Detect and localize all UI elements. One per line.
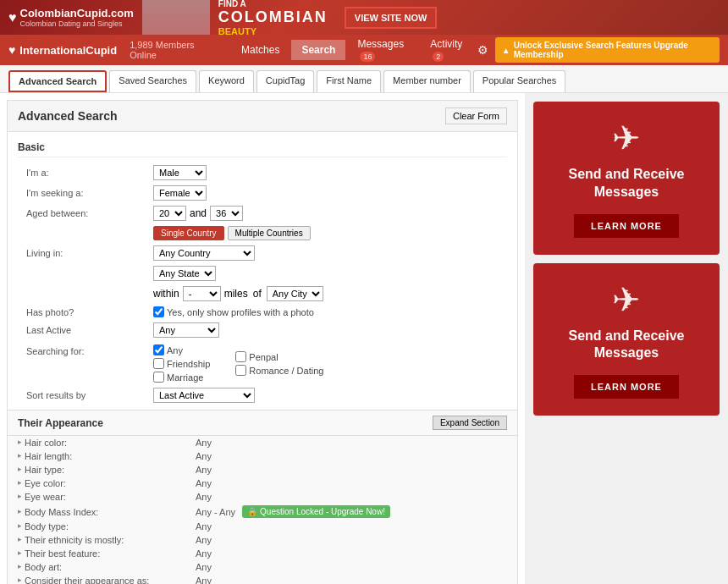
sort-select[interactable]: Last ActiveNewest: [153, 388, 255, 403]
ad-banner: ♥ ColombianCupid.com Colombian Dating an…: [0, 0, 728, 35]
ethnicity-row: Their ethnicity is mostly: Any: [8, 533, 517, 547]
body-art-value: Any: [196, 562, 212, 572]
appearance-consider-label: Consider their appearance as:: [18, 576, 196, 584]
search-penpal-label[interactable]: Penpal: [235, 351, 323, 362]
search-friendship-label[interactable]: Friendship: [153, 358, 210, 369]
age-from-select[interactable]: 201825: [153, 206, 186, 221]
learn-more-btn-1[interactable]: LEARN MORE: [574, 214, 679, 238]
body-art-label: Body art:: [18, 562, 196, 572]
appearance-section: Their Appearance Expand Section Hair col…: [8, 410, 517, 584]
tab-saved-searches[interactable]: Saved Searches: [109, 70, 196, 92]
upgrade-text: Unlock Exclusive Search Features Upgrade…: [514, 41, 713, 59]
main-layout: Advanced Search Clear Form Basic I'm a: …: [0, 93, 728, 584]
locked-upgrade-btn[interactable]: 🔒 Question Locked - Upgrade Now!: [242, 505, 390, 518]
ethnicity-label: Their ethnicity is mostly:: [18, 535, 196, 545]
settings-icon[interactable]: ⚙: [477, 43, 488, 57]
banner-find-section: FIND A COLOMBIAN BEAUTY: [210, 0, 336, 35]
nav-logo: ♥ InternationalCupid: [8, 43, 117, 57]
and-label: and: [190, 207, 207, 219]
country-toggle-value: Single Country Multiple Countries: [153, 226, 507, 240]
heart-icon: ♥: [8, 10, 17, 25]
body-art-row: Body art: Any: [8, 560, 517, 574]
best-feature-value: Any: [196, 548, 212, 559]
searching-for-value: Any Friendship Marriage Penpal Romance /…: [153, 344, 507, 383]
age-to-select[interactable]: 36304050: [210, 206, 243, 221]
im-a-select[interactable]: MaleFemale: [153, 165, 207, 180]
country-select[interactable]: Any Country: [153, 245, 255, 261]
bmi-row: Body Mass Index: Any - Any 🔒 Question Lo…: [8, 504, 517, 520]
tab-member-number[interactable]: Member number: [383, 70, 471, 92]
seeking-label: I'm seeking a:: [18, 188, 153, 198]
sidebar-ad-text-2: Send and Receive Messages: [542, 328, 711, 363]
photo-checkbox[interactable]: [153, 306, 164, 317]
eye-color-value: Any: [196, 478, 212, 488]
of-label: of: [253, 288, 262, 300]
appearance-consider-value: Any: [196, 576, 212, 584]
multiple-countries-btn[interactable]: Multiple Countries: [228, 226, 311, 240]
appearance-title: Their Appearance: [18, 417, 103, 429]
search-penpal-cb[interactable]: [235, 351, 246, 362]
nav-matches[interactable]: Matches: [231, 40, 290, 60]
hair-length-value: Any: [196, 451, 212, 461]
tab-advanced-search[interactable]: Advanced Search: [8, 70, 107, 92]
state-select[interactable]: Any State: [153, 266, 216, 281]
appearance-consider-row: Consider their appearance as: Any: [8, 574, 517, 584]
photo-value: Yes, only show profiles with a photo: [153, 306, 507, 317]
learn-more-btn-2[interactable]: LEARN MORE: [574, 375, 679, 399]
banner-logo-sub: Colombian Dating and Singles: [20, 19, 134, 28]
search-romance-label[interactable]: Romance / Dating: [235, 365, 323, 376]
eye-wear-row: Eye wear: Any: [8, 490, 517, 504]
nav-activity[interactable]: Activity 2: [420, 34, 477, 66]
hair-color-value: Any: [196, 438, 212, 448]
hair-type-value: Any: [196, 465, 212, 475]
upgrade-button[interactable]: ▲ Unlock Exclusive Search Features Upgra…: [495, 37, 720, 63]
tab-first-name[interactable]: First Name: [317, 70, 381, 92]
search-marriage-label[interactable]: Marriage: [153, 372, 210, 383]
hair-color-row: Hair color: Any: [8, 436, 517, 449]
aged-row: Aged between: 201825 and 36304050: [18, 203, 507, 223]
photo-row: Has photo? Yes, only show profiles with …: [18, 304, 507, 320]
tab-keyword[interactable]: Keyword: [199, 70, 254, 92]
send-message-icon-2: ✈: [542, 280, 711, 319]
clear-form-button[interactable]: Clear Form: [445, 107, 507, 124]
im-a-value: MaleFemale: [153, 165, 507, 180]
sidebar-ad-2: ✈ Send and Receive Messages LEARN MORE: [533, 263, 720, 416]
eye-color-label: Eye color:: [18, 478, 196, 488]
last-active-label: Last Active: [18, 325, 153, 335]
appearance-header: Their Appearance Expand Section: [8, 410, 517, 436]
bmi-label: Body Mass Index:: [18, 507, 196, 517]
within-select[interactable]: -2550100: [183, 286, 221, 301]
hair-color-label: Hair color:: [18, 438, 196, 448]
appearance-expand-btn[interactable]: Expand Section: [433, 416, 507, 430]
banner-cta-button[interactable]: VIEW SITE NOW: [345, 7, 438, 29]
activity-badge: 2: [433, 52, 444, 62]
sidebar-ad-text-1: Send and Receive Messages: [542, 166, 711, 201]
sidebar-ad-1: ✈ Send and Receive Messages LEARN MORE: [533, 102, 720, 255]
search-any-label[interactable]: Any: [153, 344, 210, 355]
seeking-select[interactable]: FemaleMale: [153, 185, 207, 201]
send-message-icon-1: ✈: [542, 118, 711, 157]
messages-badge: 16: [360, 52, 375, 62]
nav-messages[interactable]: Messages 16: [347, 34, 418, 66]
sort-value: Last ActiveNewest: [153, 388, 507, 403]
nav-logo-text: InternationalCupid: [19, 44, 117, 57]
searching-for-label: Searching for:: [18, 344, 153, 356]
banner-photo: [142, 0, 210, 35]
lock-icon: 🔒: [247, 507, 257, 516]
within-value: within -2550100 miles of Any City: [153, 286, 507, 301]
last-active-select[interactable]: AnyTodayThis Week: [153, 322, 219, 338]
search-romance-cb[interactable]: [235, 365, 246, 376]
search-marriage-cb[interactable]: [153, 372, 164, 383]
content-scroll[interactable]: Advanced Search Clear Form Basic I'm a: …: [0, 93, 525, 584]
tab-popular-searches[interactable]: Popular Searches: [473, 70, 565, 92]
sort-label: Sort results by: [18, 390, 153, 400]
search-any-cb[interactable]: [153, 344, 164, 355]
banner-colombian-text: COLOMBIAN: [218, 8, 328, 26]
hair-type-label: Hair type:: [18, 465, 196, 475]
tab-cupidtag[interactable]: CupidTag: [256, 70, 314, 92]
single-country-btn[interactable]: Single Country: [153, 226, 224, 240]
city-select[interactable]: Any City: [267, 286, 323, 301]
photo-checkbox-label[interactable]: Yes, only show profiles with a photo: [153, 306, 314, 317]
search-friendship-cb[interactable]: [153, 358, 164, 369]
nav-search[interactable]: Search: [291, 40, 345, 60]
